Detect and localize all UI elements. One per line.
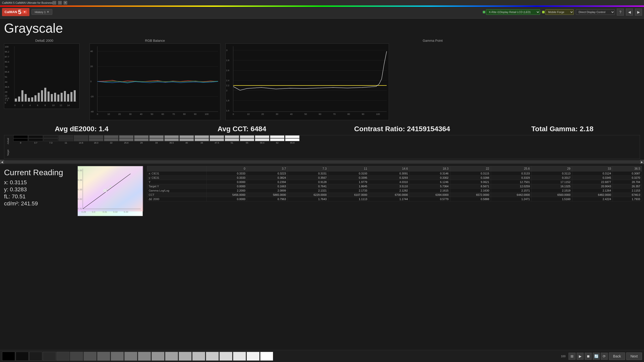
- table-cell: 2.1571: [491, 189, 532, 193]
- taskbar-btn-4[interactable]: 🔄: [593, 353, 600, 360]
- prev-button[interactable]: ◀: [626, 9, 633, 16]
- history-tab-close[interactable]: ✕: [47, 10, 49, 14]
- target-swatch: [194, 138, 209, 141]
- svg-rect-41: [70, 92, 72, 102]
- taskbar-swatch[interactable]: [206, 352, 219, 361]
- svg-rect-37: [57, 95, 59, 102]
- actual-swatch: [89, 135, 103, 138]
- svg-text:0.3: 0.3: [92, 211, 95, 213]
- target-label: Target: [7, 150, 9, 156]
- svg-rect-94: [78, 166, 143, 211]
- xrite-dropdown[interactable]: X-Rite i1Display Retail LCD (LED): [486, 9, 540, 15]
- svg-text:80.4: 80.4: [5, 61, 9, 63]
- back-button[interactable]: Back: [609, 352, 625, 360]
- device-mobile-forge: Mobile Forge: [542, 9, 574, 15]
- swatches-scrollbar[interactable]: ◀ ▶: [0, 160, 644, 164]
- scroll-track[interactable]: [5, 161, 639, 163]
- window-controls[interactable]: — □ ✕: [53, 1, 67, 5]
- help-button[interactable]: ?: [617, 9, 624, 16]
- mobile-forge-dropdown[interactable]: Mobile Forge: [545, 9, 574, 15]
- maximize-button[interactable]: □: [58, 1, 62, 5]
- svg-text:30: 30: [276, 113, 278, 115]
- taskbar-swatch[interactable]: [111, 352, 124, 361]
- taskbar-swatch[interactable]: [29, 352, 42, 361]
- svg-rect-35: [51, 94, 53, 102]
- table-header-label: [147, 166, 207, 171]
- table-cell: 0.0000: [206, 180, 247, 184]
- table-cell: 0.3223: [247, 171, 288, 176]
- table-cell: 6394.0000: [410, 193, 450, 197]
- taskbar-btn-5[interactable]: ⟳: [601, 353, 608, 360]
- target-swatch: [285, 138, 300, 141]
- taskbar-swatch[interactable]: [56, 352, 69, 361]
- actual-swatch: [134, 135, 149, 138]
- taskbar-swatch[interactable]: [247, 352, 260, 361]
- svg-text:6: 6: [37, 104, 38, 107]
- rgb-chart: RGB Balance 40 20 0 -20 -40 0 10 20 30 4…: [90, 39, 220, 121]
- target-swatch: [59, 138, 73, 141]
- cie-chart: 0.29 0.3 0.31 0.32 0.33 0.35 0.34 0.33 0…: [77, 166, 143, 216]
- taskbar-swatch[interactable]: [260, 352, 273, 361]
- next-button[interactable]: Next: [626, 352, 642, 360]
- table-cell: 0.3115: [450, 171, 491, 176]
- taskbar-swatch[interactable]: [192, 352, 205, 361]
- next-button[interactable]: ▶: [635, 9, 642, 16]
- reading-y: y: 0.3283: [4, 186, 71, 193]
- taskbar-swatch[interactable]: [179, 352, 192, 361]
- taskbar-btn-3[interactable]: ⏹: [585, 353, 592, 360]
- taskbar-swatch[interactable]: [43, 352, 56, 361]
- taskbar-swatch[interactable]: [219, 352, 232, 361]
- table-cell: 0.5888: [450, 197, 491, 201]
- actual-swatch: [240, 135, 254, 138]
- table-cell: 1.5160: [532, 197, 572, 201]
- table-cell: 0.9128: [288, 180, 328, 184]
- taskbar-btn-1[interactable]: ⊞: [569, 353, 576, 360]
- svg-text:0.33: 0.33: [124, 211, 128, 213]
- svg-text:50: 50: [304, 113, 307, 115]
- table-cell: 6.1246: [410, 180, 450, 184]
- svg-text:50: 50: [151, 113, 153, 115]
- history-tab[interactable]: History 1 ✕: [31, 9, 52, 15]
- table-body: x: CIE310.33330.32230.31510.31930.30910.…: [147, 171, 642, 201]
- svg-text:95.2: 95.2: [5, 51, 9, 53]
- actual-swatch: [149, 135, 164, 138]
- taskbar-swatch[interactable]: [165, 352, 178, 361]
- taskbar-swatch[interactable]: [2, 352, 15, 361]
- swatch-label: 47.5: [215, 142, 219, 144]
- taskbar-swatch[interactable]: [151, 352, 165, 361]
- table-cell: 6482.0000: [572, 193, 613, 197]
- close-button[interactable]: ✕: [64, 1, 67, 5]
- table-cell: 0.0000: [206, 197, 247, 201]
- charts-section: DeltaE 2000 100 95.2 87.7 80.4 73 65.8 5…: [0, 36, 644, 124]
- actual-swatch: [119, 135, 134, 138]
- minimize-button[interactable]: —: [53, 1, 56, 5]
- taskbar-swatch[interactable]: [97, 352, 110, 361]
- direct-display-dropdown[interactable]: Direct Display Control: [576, 9, 615, 15]
- table-cell: 0.3133: [491, 171, 532, 176]
- scroll-right-arrow[interactable]: ▶: [640, 160, 644, 164]
- taskbar-swatch[interactable]: [138, 352, 151, 361]
- contrast-ratio-stat: Contrast Ratio: 24159154364: [325, 125, 480, 133]
- actual-swatch: [210, 135, 224, 138]
- table-cell: 0.7641: [288, 184, 328, 189]
- table-row: Target Y0.00000.16630.76411.86453.51105.…: [147, 184, 642, 189]
- svg-text:90: 90: [362, 113, 364, 115]
- taskbar-swatch[interactable]: [124, 352, 137, 361]
- svg-text:22: 22: [5, 95, 7, 97]
- taskbar-swatch[interactable]: [16, 352, 29, 361]
- taskbar-swatch[interactable]: [84, 352, 97, 361]
- table-row-label: CCT: [147, 193, 207, 197]
- actual-swatch: [104, 135, 118, 138]
- taskbar-btn-2[interactable]: ▶: [577, 353, 584, 360]
- data-table-container[interactable]: 03.77.31114.618.32225.6293336.5 x: CIE31…: [145, 166, 644, 216]
- taskbar-swatch[interactable]: [70, 352, 83, 361]
- scroll-left-arrow[interactable]: ◀: [0, 160, 4, 164]
- svg-text:8: 8: [45, 104, 46, 107]
- swatch-label: 44: [200, 142, 203, 144]
- taskbar-swatch[interactable]: [233, 352, 246, 361]
- svg-rect-42: [74, 90, 76, 102]
- actual-swatch: [270, 135, 285, 138]
- table-cell: 2.1615: [410, 189, 450, 193]
- taskbar-swatches: [2, 352, 273, 361]
- table-cell: 2.0899: [247, 189, 288, 193]
